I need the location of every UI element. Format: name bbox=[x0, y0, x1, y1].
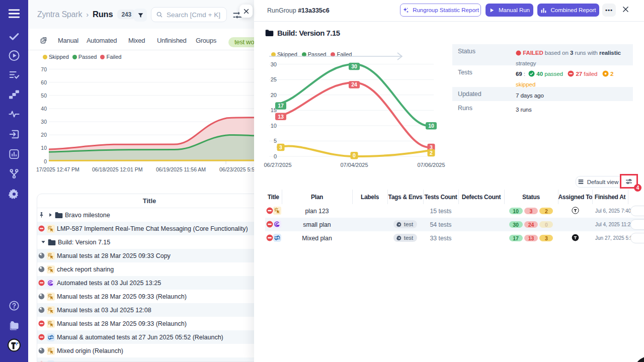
svg-text:20: 20 bbox=[41, 132, 47, 138]
svg-text:60: 60 bbox=[41, 79, 47, 85]
svg-text:13: 13 bbox=[278, 114, 284, 120]
svg-text:50: 50 bbox=[41, 93, 47, 99]
svg-text:10: 10 bbox=[41, 145, 47, 151]
svg-text:3: 3 bbox=[279, 144, 282, 150]
svg-text:25: 25 bbox=[271, 76, 277, 82]
svg-text:40: 40 bbox=[41, 106, 47, 112]
svg-text:0: 0 bbox=[353, 152, 356, 158]
svg-text:5: 5 bbox=[274, 138, 277, 144]
svg-text:30: 30 bbox=[351, 63, 357, 69]
svg-text:2: 2 bbox=[430, 150, 433, 156]
svg-text:0: 0 bbox=[44, 158, 47, 164]
svg-text:10: 10 bbox=[428, 123, 434, 129]
svg-text:0: 0 bbox=[274, 153, 277, 159]
svg-text:24: 24 bbox=[351, 81, 357, 87]
svg-text:07/06/2025: 07/06/2025 bbox=[417, 162, 445, 168]
svg-text:30: 30 bbox=[271, 61, 277, 67]
svg-text:30: 30 bbox=[41, 119, 47, 125]
svg-text:06/27/2025: 06/27/2025 bbox=[264, 162, 291, 168]
svg-text:10: 10 bbox=[271, 123, 277, 129]
svg-text:70: 70 bbox=[41, 66, 47, 72]
svg-text:17: 17 bbox=[278, 103, 284, 109]
svg-text:20: 20 bbox=[271, 92, 277, 98]
svg-text:07/04/2025: 07/04/2025 bbox=[340, 162, 368, 168]
